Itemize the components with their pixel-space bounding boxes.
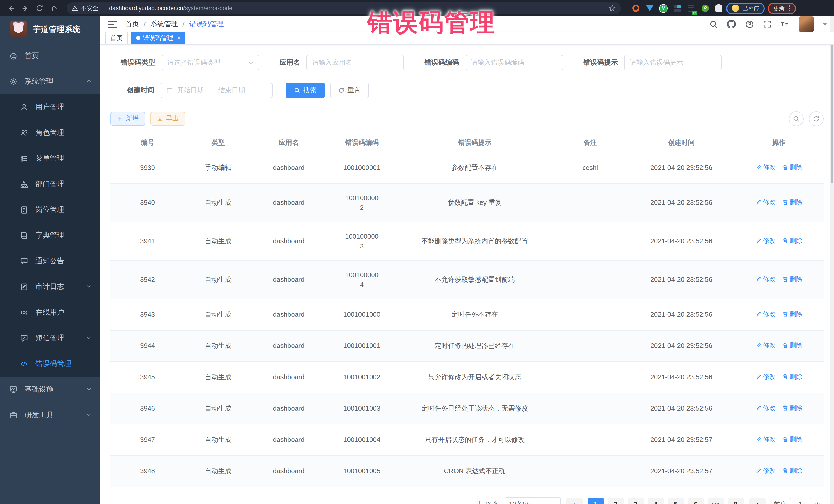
list-on-extension-icon[interactable]: on [687,4,696,13]
not-secure-warning: 不安全 [72,4,98,12]
browser-update-button[interactable]: 更新 [768,2,796,14]
add-button[interactable]: 新增 [110,112,145,126]
back-icon[interactable] [5,3,17,14]
refresh-table-button[interactable] [809,111,824,126]
browser-menu-icon[interactable] [789,5,790,11]
error-code-input[interactable]: 请输入错误码编码 [465,55,563,70]
bookmark-star-icon[interactable] [609,5,616,12]
collapse-sidebar-icon[interactable] [108,21,117,28]
user-menu-caret-icon[interactable] [823,23,827,25]
goto-page-input[interactable]: 1 [790,498,811,504]
delete-link[interactable]: 删除 [782,466,803,476]
green-key-extension-icon[interactable]: ⚲ [701,4,709,13]
app-logo-row[interactable]: 芋道管理系统 [0,17,100,42]
page-button-8[interactable]: 8 [727,498,744,504]
error-code-type-select[interactable]: 请选择错误码类型 [161,55,259,70]
delete-link[interactable]: 删除 [782,236,803,246]
grid-extension-icon[interactable] [673,4,682,13]
delete-link[interactable]: 删除 [782,274,803,284]
scrollbar-thumb[interactable] [831,45,833,183]
export-button[interactable]: 导出 [150,112,185,126]
reset-button[interactable]: 重置 [330,83,369,98]
delete-link[interactable]: 删除 [782,162,803,172]
dashboard-icon [9,51,18,60]
address-bar[interactable]: 不安全 dashboard.yudao.iocoder.cn/system/er… [67,2,621,14]
sidebar-item-错误码管理[interactable]: 错误码管理 [0,351,100,377]
column-header-应用名: 应用名 [251,133,326,152]
table-row: 3947自动生成dashboard1001001004只有开启状态的任务，才可以… [110,424,824,456]
edit-link[interactable]: 修改 [755,197,776,207]
sidebar-item-在线用户[interactable]: 在线用户 [0,300,100,325]
page-size-select[interactable]: 10条/页 [504,497,561,504]
sidebar-item-基础设施[interactable]: 基础设施 [0,377,100,402]
edit-link[interactable]: 修改 [755,162,776,172]
app-name-input[interactable]: 请输入应用名 [306,55,404,70]
edit-link[interactable]: 修改 [755,466,776,476]
page-button-2[interactable]: 2 [608,498,624,504]
sidebar-item-菜单管理[interactable]: 菜单管理 [0,146,100,171]
error-hint-input[interactable]: 请输入错误码提示 [624,55,722,70]
column-header-错误码提示: 错误码提示 [398,133,552,152]
delete-link[interactable]: 删除 [782,403,803,413]
user-avatar[interactable] [798,17,814,32]
tag-错误码管理[interactable]: 错误码管理× [131,32,185,44]
delete-link[interactable]: 删除 [782,372,803,381]
cell-type: 自动生成 [185,456,251,487]
cell-remark [552,393,629,424]
date-range-picker[interactable]: 开始日期 - 结束日期 [161,83,272,98]
edit-link[interactable]: 修改 [755,403,776,413]
edit-link[interactable]: 修改 [755,435,776,444]
refresh-icon [813,115,820,122]
sidebar-item-部门管理[interactable]: 部门管理 [0,171,100,197]
edit-link[interactable]: 修改 [755,274,776,284]
sidebar-item-用户管理[interactable]: 用户管理 [0,94,100,120]
prev-page-button[interactable] [566,498,582,504]
delete-link[interactable]: 删除 [782,309,803,319]
page-button-1[interactable]: 1 [587,498,604,504]
sidebar-item-字典管理[interactable]: 字典管理 [0,223,100,248]
sidebar-item-审计日志[interactable]: 审计日志 [0,274,100,300]
sidebar-item-短信管理[interactable]: 短信管理 [0,325,100,351]
edit-link[interactable]: 修改 [755,309,776,319]
github-icon[interactable] [727,20,736,29]
breadcrumb-item[interactable]: 首页 [125,20,139,29]
more-pages-icon[interactable]: ••• [707,498,724,504]
tag-首页[interactable]: 首页 [105,32,128,44]
page-button-3[interactable]: 3 [628,498,644,504]
next-page-button[interactable] [749,498,766,504]
page-button-5[interactable]: 5 [667,498,684,504]
sidebar-item-岗位管理[interactable]: 岗位管理 [0,197,100,223]
page-button-4[interactable]: 4 [648,498,664,504]
home-icon[interactable] [48,3,60,14]
green-v-extension-icon[interactable]: V [659,4,668,13]
edit-link[interactable]: 修改 [755,372,776,381]
edit-link[interactable]: 修改 [755,236,776,246]
font-size-icon[interactable]: TT [781,20,790,29]
toggle-search-button[interactable] [789,111,804,126]
help-icon[interactable] [745,20,754,29]
fullscreen-icon[interactable] [763,20,772,29]
edit-link[interactable]: 修改 [755,341,776,350]
tags-view-bar: 首页错误码管理× [100,32,834,45]
delete-link[interactable]: 删除 [782,197,803,207]
reload-icon[interactable] [34,3,45,14]
breadcrumb-item[interactable]: 系统管理 [150,20,178,29]
delete-link[interactable]: 删除 [782,341,803,350]
puzzle-extension-icon[interactable] [715,4,723,13]
blue-gem-extension-icon[interactable] [645,4,654,13]
sidebar-item-系统管理[interactable]: 系统管理 [0,69,100,94]
page-scrollbar[interactable] [830,17,834,504]
sidebar-item-研发工具[interactable]: 研发工具 [0,402,100,428]
close-tag-icon[interactable]: × [177,35,180,41]
forward-icon[interactable] [20,3,31,14]
search-button[interactable]: 搜索 [286,83,325,98]
delete-link[interactable]: 删除 [782,435,803,444]
sidebar-item-首页[interactable]: 首页 [0,43,100,69]
sidebar-item-角色管理[interactable]: 角色管理 [0,120,100,146]
sidebar-item-通知公告[interactable]: 通知公告 [0,248,100,274]
orange-ring-extension-icon[interactable] [631,4,640,13]
svg-text:T: T [781,21,785,28]
search-icon[interactable] [709,20,718,29]
paused-profile-chip[interactable]: 已暂停 [726,2,765,14]
page-button-6[interactable]: 6 [687,498,704,504]
